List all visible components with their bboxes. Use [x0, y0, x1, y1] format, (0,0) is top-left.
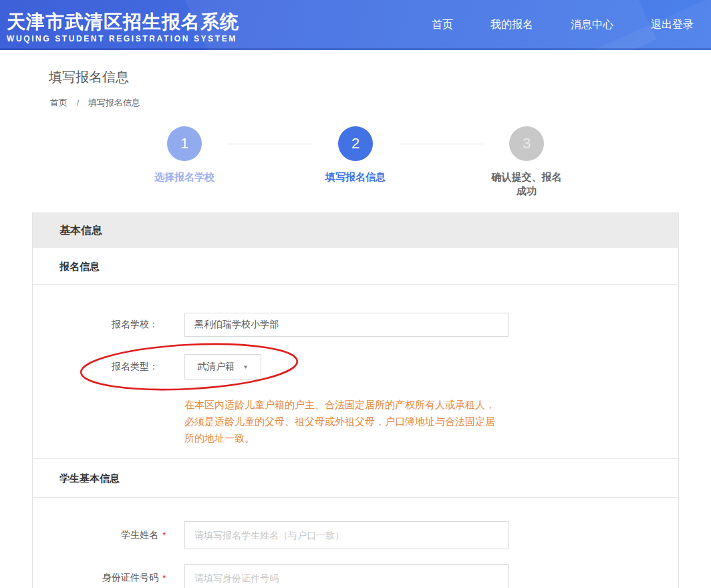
app-logo[interactable]: 天津市武清区招生报名系统 WUQING STUDENT REGISTRATION…: [0, 7, 239, 43]
nav-home[interactable]: 首页: [432, 18, 453, 32]
step-2-circle: 2: [338, 126, 373, 161]
registration-type-note: 在本区内适龄儿童户籍的户主、合法固定居所的产权所有人或承租人，必须是适龄儿童的父…: [184, 396, 504, 446]
app-title: 天津市武清区招生报名系统: [7, 11, 239, 33]
step-2-fill-info: 2 填写报名信息: [312, 126, 399, 184]
registration-type-value: 武清户籍: [197, 361, 235, 373]
school-field-row: 报名学校：: [33, 313, 678, 337]
id-number-row: 身份证件号码 *: [33, 564, 678, 588]
breadcrumb-separator: /: [77, 98, 80, 108]
app-subtitle: WUQING STUDENT REGISTRATION SYSTEM: [7, 34, 239, 43]
step-3-circle: 3: [509, 126, 544, 161]
step-connector: [228, 144, 312, 144]
nav-my-registrations[interactable]: 我的报名: [490, 18, 533, 32]
step-3-confirm-submit: 3 确认提交、报名成功: [483, 126, 570, 198]
student-name-label: 学生姓名: [33, 529, 158, 541]
step-indicator: 1 选择报名学校 2 填写报名信息 3 确认提交、报名成功: [0, 126, 711, 198]
basic-info-card: 基本信息 报名信息 报名学校： 报名类型： 武清户籍 ▼ 在本区内适龄儿童户籍的…: [32, 212, 679, 588]
breadcrumb: 首页 / 填写报名信息: [50, 97, 711, 109]
section-student-info: 学生基本信息: [33, 458, 678, 498]
breadcrumb-current: 填写报名信息: [88, 98, 140, 108]
id-number-label: 身份证件号码: [33, 572, 158, 584]
id-number-input[interactable]: [184, 564, 509, 588]
step-connector: [399, 144, 483, 144]
step-3-label: 确认提交、报名成功: [489, 170, 565, 198]
registration-type-select[interactable]: 武清户籍 ▼: [184, 354, 261, 380]
registration-form-body: 报名学校： 报名类型： 武清户籍 ▼ 在本区内适龄儿童户籍的户主、合法固定居所的…: [33, 285, 678, 458]
app-header: 天津市武清区招生报名系统 WUQING STUDENT REGISTRATION…: [0, 0, 711, 50]
header-bottom-strip: [0, 48, 711, 50]
student-form-body: 学生姓名 * 身份证件号码 *: [33, 498, 678, 588]
section-registration-info: 报名信息: [33, 248, 678, 285]
nav-logout[interactable]: 退出登录: [651, 18, 694, 32]
step-1-label: 选择报名学校: [154, 170, 215, 184]
type-field-label: 报名类型：: [33, 361, 158, 373]
nav-message-center[interactable]: 消息中心: [571, 18, 613, 32]
chevron-down-icon: ▼: [243, 364, 249, 370]
main-nav: 首页 我的报名 消息中心 退出登录: [394, 18, 711, 32]
breadcrumb-home[interactable]: 首页: [50, 98, 67, 108]
type-field-row: 报名类型： 武清户籍 ▼: [33, 354, 678, 380]
card-header-basic-info: 基本信息: [33, 213, 678, 248]
student-name-required-mark: *: [158, 530, 176, 541]
school-input[interactable]: [184, 313, 509, 337]
student-name-input[interactable]: [184, 521, 509, 549]
step-2-label: 填写报名信息: [325, 170, 386, 184]
step-1-select-school[interactable]: 1 选择报名学校: [141, 126, 228, 184]
student-name-row: 学生姓名 *: [33, 521, 678, 549]
step-1-circle: 1: [167, 126, 202, 161]
page-title: 填写报名信息: [49, 68, 711, 86]
school-field-label: 报名学校：: [33, 319, 158, 331]
id-number-required-mark: *: [158, 573, 176, 583]
main-content: 填写报名信息 首页 / 填写报名信息 1 选择报名学校 2 填写报名信息 3 确…: [0, 68, 711, 588]
